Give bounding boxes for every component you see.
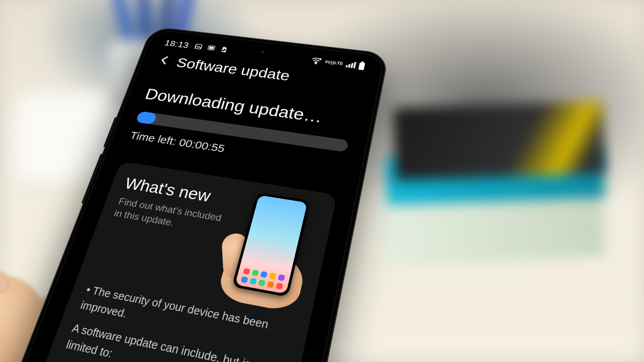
svg-rect-4	[346, 65, 348, 68]
back-button[interactable]	[156, 54, 172, 67]
stack-of-books	[370, 105, 628, 278]
svg-rect-5	[348, 64, 351, 68]
svg-rect-6	[351, 63, 353, 68]
note-icon	[218, 46, 230, 53]
signal-icon	[346, 61, 357, 68]
svg-rect-9	[358, 62, 365, 70]
cast-icon	[205, 44, 217, 52]
volte-indicator: Vo)) LTE	[324, 60, 343, 65]
svg-rect-7	[353, 62, 356, 68]
image-icon	[192, 43, 204, 50]
wifi-icon	[310, 57, 323, 65]
battery-icon	[358, 62, 366, 70]
svg-rect-2	[209, 47, 213, 49]
svg-point-3	[315, 63, 317, 64]
status-time: 18:13	[163, 38, 190, 50]
whats-new-illustration	[214, 190, 322, 309]
